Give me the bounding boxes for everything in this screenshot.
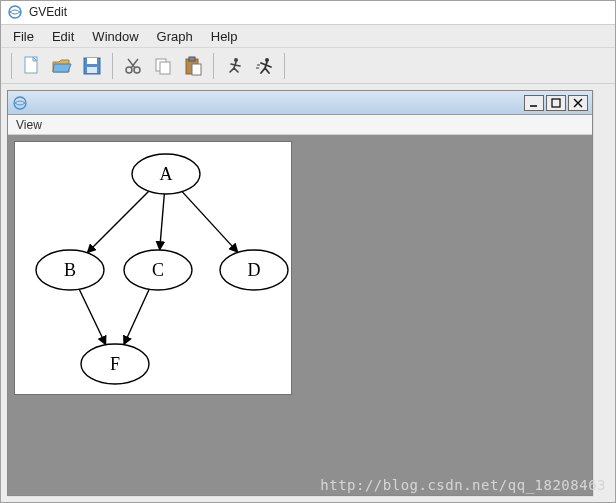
child-subtitlebar: View [8, 115, 592, 135]
menu-help[interactable]: Help [203, 27, 246, 46]
layout-button[interactable] [220, 52, 248, 80]
graph-node-label: A [160, 164, 173, 184]
run-button[interactable] [250, 52, 278, 80]
copy-button[interactable] [149, 52, 177, 80]
toolbar [1, 48, 615, 84]
open-button[interactable] [48, 52, 76, 80]
menubar: File Edit Window Graph Help [1, 25, 615, 49]
toolbar-separator [112, 53, 113, 79]
titlebar: GVEdit [1, 1, 615, 25]
menu-edit[interactable]: Edit [44, 27, 82, 46]
graph-node-label: F [110, 354, 120, 374]
graph-edge [79, 289, 106, 344]
graph-edge [124, 289, 149, 344]
maximize-button[interactable] [546, 95, 566, 111]
minimize-button[interactable] [524, 95, 544, 111]
child-window-icon [12, 95, 28, 111]
maximize-icon [551, 98, 561, 108]
svg-rect-4 [87, 67, 97, 73]
graph-node-label: D [248, 260, 261, 280]
graph-edge [182, 192, 238, 253]
minimize-icon [529, 98, 539, 108]
paste-clipboard-icon [183, 56, 203, 76]
new-file-icon [22, 55, 42, 77]
menu-window[interactable]: Window [84, 27, 146, 46]
menu-graph[interactable]: Graph [149, 27, 201, 46]
close-icon [573, 98, 583, 108]
toolbar-separator [11, 53, 12, 79]
graph-canvas: ABCDF [14, 141, 292, 395]
new-button[interactable] [18, 52, 46, 80]
child-content[interactable]: ABCDF [8, 135, 592, 495]
svg-rect-11 [192, 64, 201, 75]
copy-icon [153, 56, 173, 76]
main-window: GVEdit File Edit Window Graph Help [0, 0, 616, 503]
open-folder-icon [51, 56, 73, 76]
svg-point-14 [14, 97, 26, 109]
svg-rect-3 [87, 58, 97, 64]
mdi-area: View ABCDF [1, 84, 615, 502]
toolbar-separator [284, 53, 285, 79]
scissors-icon [123, 56, 143, 76]
graph-svg: ABCDF [15, 142, 291, 394]
save-button[interactable] [78, 52, 106, 80]
run-fast-icon [254, 56, 274, 76]
child-subtitle: View [16, 118, 42, 132]
run-person-icon [224, 56, 244, 76]
app-title: GVEdit [29, 5, 67, 19]
svg-rect-16 [552, 99, 560, 107]
svg-rect-10 [189, 57, 195, 61]
toolbar-separator [213, 53, 214, 79]
graph-node-label: C [152, 260, 164, 280]
child-window: View ABCDF [7, 90, 593, 496]
paste-button[interactable] [179, 52, 207, 80]
save-disk-icon [82, 56, 102, 76]
graph-edge [160, 194, 165, 250]
app-icon [7, 4, 23, 20]
close-button[interactable] [568, 95, 588, 111]
svg-rect-8 [160, 62, 170, 74]
menu-file[interactable]: File [5, 27, 42, 46]
cut-button[interactable] [119, 52, 147, 80]
graph-edge [87, 191, 149, 253]
child-titlebar[interactable] [8, 91, 592, 115]
graph-node-label: B [64, 260, 76, 280]
